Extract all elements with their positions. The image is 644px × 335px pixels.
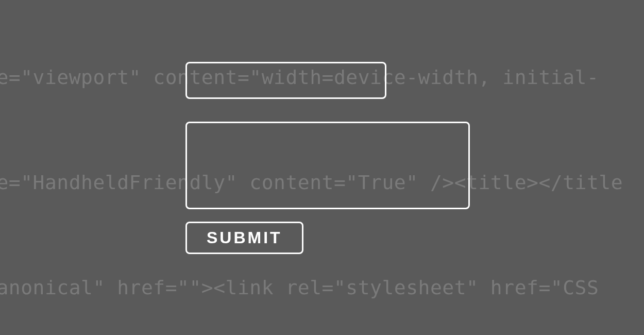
bg-line: canonical" href=""><link rel="stylesheet… <box>0 270 644 305</box>
message-textarea[interactable] <box>185 122 470 209</box>
text-input[interactable] <box>185 62 386 99</box>
contact-form: SUBMIT <box>185 62 470 254</box>
submit-button[interactable]: SUBMIT <box>185 222 303 254</box>
